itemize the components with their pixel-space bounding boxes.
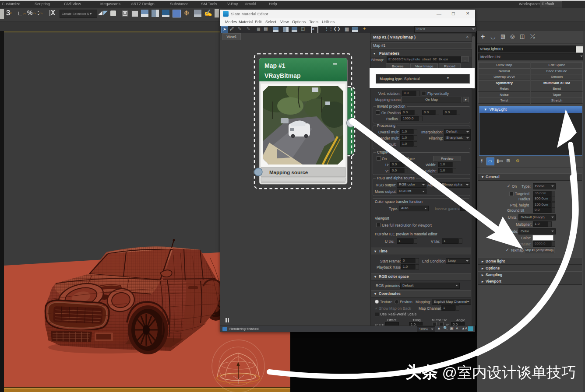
svg-text:Map #1: Map #1: [264, 62, 285, 69]
svg-text:VRayBitmap: VRayBitmap: [264, 72, 300, 79]
svg-text:Mapping source: Mapping source: [269, 170, 308, 175]
